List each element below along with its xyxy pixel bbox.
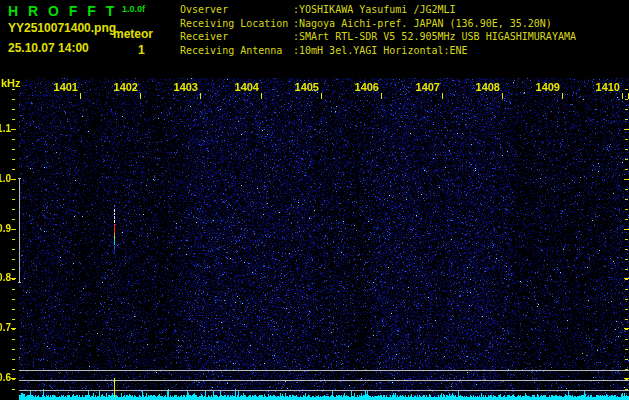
freq-major-tick (11, 129, 16, 130)
freq-major-tick (11, 229, 16, 230)
spectrogram-canvas (19, 78, 629, 400)
info-value: :Nagoya Aichi-pref. JAPAN (136.90E, 35.2… (293, 18, 552, 29)
time-tick (502, 93, 503, 99)
freq-major-tick-right (624, 179, 629, 180)
freq-tick-label: 1.1 (0, 123, 11, 135)
time-tick-label: 1402 (98, 81, 138, 93)
freq-minor-tick (12, 379, 15, 380)
freq-minor-tick (12, 309, 15, 310)
freq-tick-label: 0.8 (0, 272, 11, 284)
freq-minor-tick (12, 389, 15, 390)
time-tick (140, 93, 141, 99)
time-tick (200, 93, 201, 99)
time-tick (261, 93, 262, 99)
info-value: :YOSHIKAWA Yasufumi /JG2MLI (293, 4, 456, 15)
info-label: Ovserver (180, 3, 293, 17)
time-tick-label: 1405 (279, 81, 319, 93)
freq-minor-tick (12, 89, 15, 90)
freq-minor-tick-right (625, 319, 628, 320)
time-tick-label: 1401 (38, 81, 78, 93)
freq-minor-tick-right (625, 99, 628, 100)
freq-minor-tick (12, 99, 15, 100)
freq-unit-label: kHz (1, 77, 21, 89)
freq-minor-tick (12, 329, 15, 330)
freq-minor-tick-right (625, 279, 628, 280)
info-row-receiver: Receiver:SMArt RTL-SDR V5 52.905MHz USB … (180, 30, 576, 44)
freq-tick-label: 0.9 (0, 223, 11, 235)
scale-bar (19, 178, 20, 282)
freq-minor-tick (12, 359, 15, 360)
freq-minor-tick-right (625, 309, 628, 310)
datetime-label: 25.10.07 14:00 (8, 41, 89, 55)
meteor-marker-line (114, 378, 115, 397)
time-tick-label: 1409 (520, 81, 560, 93)
freq-minor-tick (12, 339, 15, 340)
freq-minor-tick-right (625, 359, 628, 360)
freq-minor-tick (12, 139, 15, 140)
freq-minor-tick (12, 369, 15, 370)
freq-minor-tick (12, 219, 15, 220)
freq-major-tick-right (624, 129, 629, 130)
info-label: Receiver (180, 30, 293, 44)
freq-minor-tick (12, 279, 15, 280)
time-tick (80, 93, 81, 99)
info-row-location: Receiving Location:Nagoya Aichi-pref. JA… (180, 17, 576, 31)
freq-minor-tick-right (625, 199, 628, 200)
app-version: 1.0.0f (122, 4, 145, 14)
observer-info: Ovserver:YOSHIKAWA Yasufumi /JG2MLI Rece… (180, 3, 576, 57)
freq-minor-tick-right (625, 119, 628, 120)
level-grid-line (19, 390, 629, 391)
freq-minor-tick-right (625, 149, 628, 150)
freq-minor-tick-right (625, 219, 628, 220)
freq-minor-tick (12, 319, 15, 320)
freq-minor-tick-right (625, 139, 628, 140)
mode-label: meteor (113, 27, 153, 41)
freq-minor-tick (12, 299, 15, 300)
freq-minor-tick-right (625, 249, 628, 250)
info-value: :SMArt RTL-SDR V5 52.905MHz USB HIGASHIM… (293, 31, 576, 42)
freq-minor-tick (12, 199, 15, 200)
freq-minor-tick (12, 239, 15, 240)
freq-minor-tick-right (625, 239, 628, 240)
time-tick-label: 1410 (580, 81, 620, 93)
freq-minor-tick-right (625, 89, 628, 90)
hrofft-screen: H R O F F T 1.0.0f YY2510071400.png mete… (0, 0, 629, 400)
time-tick (381, 93, 382, 99)
freq-major-tick-right (624, 229, 629, 230)
info-value: :10mH 3el.YAGI Horizontal:ENE (293, 45, 468, 56)
freq-minor-tick-right (625, 289, 628, 290)
freq-minor-tick-right (625, 379, 628, 380)
app-title: H R O F F T (8, 3, 117, 19)
freq-major-tick (11, 179, 16, 180)
freq-minor-tick-right (625, 299, 628, 300)
freq-minor-tick (12, 119, 15, 120)
freq-minor-tick-right (625, 339, 628, 340)
freq-minor-tick (12, 209, 15, 210)
output-filename: YY2510071400.png (8, 21, 116, 35)
freq-minor-tick (12, 189, 15, 190)
level-grid-line (19, 380, 629, 381)
freq-minor-tick (12, 249, 15, 250)
freq-minor-tick-right (625, 109, 628, 110)
freq-minor-tick-right (625, 349, 628, 350)
time-tick (321, 93, 322, 99)
freq-minor-tick-right (625, 389, 628, 390)
freq-tick-label: 1.0 (0, 173, 11, 185)
scale-bar-cap (18, 282, 21, 283)
freq-minor-tick (12, 109, 15, 110)
scale-bar-cap (18, 178, 21, 179)
echo-count: 1 (138, 43, 145, 57)
freq-minor-tick (12, 259, 15, 260)
time-tick (562, 93, 563, 99)
time-tick-label: 1406 (339, 81, 379, 93)
level-grid-line (19, 370, 629, 371)
freq-minor-tick (12, 159, 15, 160)
time-tick-label: 1403 (158, 81, 198, 93)
freq-minor-tick-right (625, 169, 628, 170)
freq-minor-tick-right (625, 159, 628, 160)
info-label: Receiving Location (180, 17, 293, 31)
freq-tick-label: 0.7 (0, 322, 11, 334)
freq-minor-tick-right (625, 209, 628, 210)
freq-minor-tick-right (625, 259, 628, 260)
freq-tick-label: 0.6 (0, 372, 11, 384)
